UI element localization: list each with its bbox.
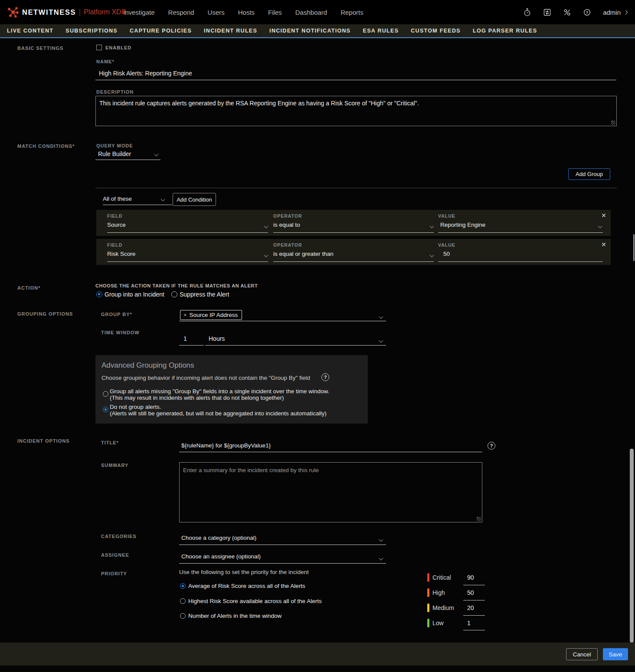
- priority-low-value[interactable]: 1: [467, 620, 471, 626]
- chevron-right-icon: [624, 10, 628, 14]
- resize-handle-icon[interactable]: [611, 121, 615, 125]
- priority-low-label: Low: [432, 620, 444, 626]
- add-group-button[interactable]: Add Group: [568, 168, 610, 180]
- group-logic-select[interactable]: All of these: [103, 196, 132, 202]
- chevron-down-icon[interactable]: [154, 152, 159, 157]
- radio-number-of-alerts[interactable]: [180, 613, 186, 619]
- radio-average-risk-score-label[interactable]: Average of Risk Score across all of the …: [188, 583, 305, 589]
- radio-number-of-alerts-label[interactable]: Number of Alerts in the time window: [188, 613, 281, 619]
- cancel-button[interactable]: Cancel: [566, 648, 598, 660]
- help-icon[interactable]: ?: [583, 8, 591, 16]
- incident-rule-editor-page: NETWITNESS Platform XDR Investigate Resp…: [0, 0, 635, 672]
- action-prompt: CHOOSE THE ACTION TAKEN IF THE RULE MATC…: [95, 283, 258, 288]
- condition-value-input[interactable]: 50: [443, 251, 450, 257]
- chevron-down-icon[interactable]: [379, 339, 383, 343]
- radio-group-missing-alerts[interactable]: [103, 391, 108, 397]
- group-by-tag[interactable]: Source IP Address: [180, 310, 242, 320]
- radio-average-risk-score[interactable]: [180, 583, 186, 589]
- chevron-down-icon[interactable]: [264, 224, 268, 228]
- priority-high-value[interactable]: 50: [467, 589, 474, 596]
- condition-field-select[interactable]: Source: [107, 222, 126, 228]
- tab-incident-notifications[interactable]: INCIDENT NOTIFICATIONS: [269, 28, 350, 34]
- chevron-down-icon[interactable]: [379, 556, 383, 561]
- chevron-down-icon[interactable]: [430, 253, 434, 258]
- add-condition-button[interactable]: Add Condition: [173, 193, 216, 206]
- tab-esa-rules[interactable]: ESA RULES: [363, 28, 399, 34]
- time-window-unit-select[interactable]: Hours: [209, 335, 225, 342]
- radio-highest-risk-score[interactable]: [180, 598, 186, 604]
- priority-medium-bar: [427, 603, 429, 612]
- field-underline: [107, 261, 268, 262]
- top-menu-hosts[interactable]: Hosts: [238, 9, 255, 16]
- group-logic-underline: [103, 205, 172, 205]
- top-menu-users[interactable]: Users: [208, 9, 225, 16]
- priority-medium-value[interactable]: 20: [467, 604, 474, 611]
- tab-subscriptions[interactable]: SUBSCRIPTIONS: [65, 28, 118, 34]
- user-menu[interactable]: admin: [603, 9, 627, 16]
- priority-high-underline: [463, 600, 485, 600]
- option1-line1[interactable]: Group all alerts missing "Group By" fiel…: [110, 388, 329, 395]
- help-icon[interactable]: [321, 373, 329, 381]
- priority-critical-value[interactable]: 90: [467, 574, 474, 581]
- enabled-checkbox[interactable]: [96, 45, 102, 50]
- chevron-down-icon[interactable]: [264, 253, 268, 258]
- top-menu: Investigate Respond Users Hosts Files Da…: [123, 0, 363, 24]
- priority-critical-label: Critical: [432, 574, 451, 581]
- remove-condition-icon[interactable]: [601, 241, 606, 248]
- admin-tools-icon[interactable]: [563, 8, 571, 16]
- top-menu-reports[interactable]: Reports: [340, 9, 363, 16]
- top-menu-files[interactable]: Files: [268, 9, 282, 16]
- timer-icon[interactable]: [523, 8, 531, 16]
- summary-textarea[interactable]: Enter a summary for the incident created…: [179, 462, 482, 522]
- description-textarea[interactable]: This incident rule captures alerts gener…: [95, 96, 617, 126]
- operator-column-label: OPERATOR: [273, 213, 302, 219]
- tab-log-parser-rules[interactable]: LOG PARSER RULES: [473, 28, 537, 34]
- tab-capture-policies[interactable]: CAPTURE POLICIES: [130, 28, 192, 34]
- section-incident-options: INCIDENT OPTIONS: [17, 438, 70, 444]
- radio-group-into-incident[interactable]: [96, 291, 102, 297]
- radio-highest-risk-score-label[interactable]: Highest Risk Score available across all …: [188, 598, 322, 604]
- name-input[interactable]: High Risk Alerts: Reporting Engine: [99, 70, 192, 77]
- option2-line1[interactable]: Do not group alerts.: [110, 404, 161, 410]
- condition-operator-select[interactable]: is equal or greater than: [273, 251, 334, 257]
- resize-handle-icon[interactable]: [477, 517, 481, 521]
- top-menu-respond[interactable]: Respond: [168, 9, 194, 16]
- name-label: NAME*: [96, 59, 115, 64]
- time-window-value-input[interactable]: 1: [183, 335, 187, 342]
- chevron-down-icon[interactable]: [598, 224, 602, 228]
- chevron-down-icon[interactable]: [379, 538, 383, 542]
- query-mode-select[interactable]: Rule Builder: [98, 150, 131, 157]
- title-input[interactable]: ${ruleName} for ${groupByValue1}: [181, 442, 271, 449]
- query-mode-underline: [95, 160, 160, 160]
- priority-medium-underline: [463, 615, 485, 616]
- tag-remove-icon[interactable]: [183, 312, 187, 318]
- radio-group-into-incident-label[interactable]: Group into an Incident: [105, 291, 164, 298]
- tab-custom-feeds[interactable]: CUSTOM FEEDS: [411, 28, 461, 34]
- chevron-down-icon[interactable]: [379, 315, 383, 319]
- inner-scrollbar-thumb[interactable]: [633, 234, 635, 261]
- save-button[interactable]: Save: [603, 648, 628, 660]
- operator-underline: [273, 261, 434, 262]
- categories-select[interactable]: Choose a category (optional): [181, 535, 256, 541]
- remove-condition-icon[interactable]: [601, 212, 606, 219]
- condition-field-select[interactable]: Risk Score: [107, 251, 135, 257]
- radio-suppress-alert[interactable]: [171, 291, 177, 297]
- tab-incident-rules[interactable]: INCIDENT RULES: [204, 28, 257, 34]
- condition-operator-select[interactable]: is equal to: [273, 222, 300, 228]
- tab-live-content[interactable]: LIVE CONTENT: [7, 28, 53, 34]
- page-scrollbar-thumb[interactable]: [630, 449, 634, 643]
- chevron-down-icon[interactable]: [161, 197, 165, 202]
- brand[interactable]: NETWITNESS Platform XDR: [7, 0, 126, 24]
- radio-do-not-group[interactable]: [103, 407, 108, 412]
- priority-critical-bar: [427, 573, 429, 582]
- jobs-panel-icon[interactable]: [543, 8, 551, 16]
- condition-value-select[interactable]: Reporting Engine: [440, 222, 485, 228]
- priority-prompt: Use the following to set the priority fo…: [179, 569, 309, 575]
- help-icon[interactable]: [488, 442, 495, 450]
- top-menu-investigate[interactable]: Investigate: [123, 9, 155, 16]
- group-by-tag-label: Source IP Address: [190, 312, 238, 318]
- chevron-down-icon[interactable]: [430, 224, 434, 228]
- assignee-select[interactable]: Choose an assignee (optional): [181, 553, 261, 560]
- radio-suppress-alert-label[interactable]: Suppress the Alert: [180, 291, 229, 298]
- top-menu-dashboard[interactable]: Dashboard: [295, 9, 327, 16]
